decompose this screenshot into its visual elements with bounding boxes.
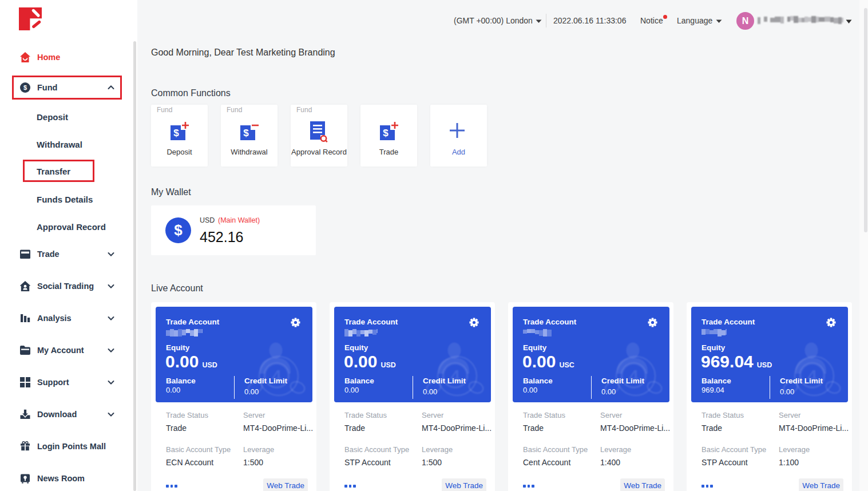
svg-text:$: $: [173, 128, 179, 138]
svg-text:$: $: [23, 84, 27, 91]
svg-text:$: $: [383, 128, 389, 138]
svg-text:$: $: [243, 128, 249, 138]
